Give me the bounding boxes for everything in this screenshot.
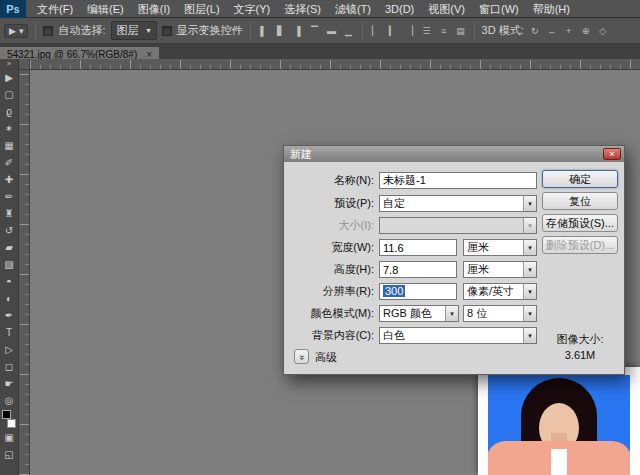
chevron-down-icon: ▾	[523, 218, 536, 233]
quick-mask-button[interactable]: ▣	[0, 429, 18, 446]
auto-select-checkbox[interactable]	[43, 26, 53, 36]
background-color-swatch[interactable]	[7, 419, 16, 428]
magic-wand-tool[interactable]: ✶	[0, 120, 18, 137]
screen-mode-button[interactable]: ◱	[0, 446, 18, 463]
resolution-unit-dropdown[interactable]: 像素/英寸 ▾	[463, 283, 537, 300]
toolbar-collapse-icon[interactable]: »	[0, 59, 18, 69]
auto-select-target-dropdown[interactable]: 图层 ▾	[111, 21, 157, 40]
dialog-titlebar[interactable]: 新建 ×	[284, 146, 624, 162]
divider	[250, 22, 251, 40]
menu-item-image[interactable]: 图像(I)	[131, 0, 177, 18]
save-preset-button[interactable]: 存储预设(S)...	[542, 214, 618, 232]
background-contents-dropdown[interactable]: 白色 ▾	[379, 327, 537, 344]
document-tab-bar: 54321.jpg @ 66.7%(RGB/8#) ×	[0, 44, 640, 59]
menu-item-select[interactable]: 选择(S)	[277, 0, 328, 18]
3d-drag-icon[interactable]: +	[563, 26, 575, 36]
align-right-edges-icon[interactable]: ▐	[292, 26, 304, 36]
3d-roll-icon[interactable]: ↔	[546, 26, 558, 36]
height-unit-dropdown[interactable]: 厘米 ▾	[463, 261, 537, 278]
width-input[interactable]	[379, 239, 457, 256]
selected-text: 300	[383, 285, 405, 297]
menu-item-view[interactable]: 视图(V)	[421, 0, 472, 18]
pen-tool[interactable]: ✒	[0, 307, 18, 324]
menu-item-filter[interactable]: 滤镜(T)	[328, 0, 378, 18]
align-top-edges-icon[interactable]: ▔	[309, 26, 321, 36]
background-contents-label: 背景内容(C):	[284, 327, 374, 344]
name-label: 名称(N):	[284, 172, 374, 189]
3d-mode-label: 3D 模式:	[482, 23, 524, 38]
menu-item-edit[interactable]: 编辑(E)	[80, 0, 131, 18]
reset-button[interactable]: 复位	[542, 192, 618, 210]
chevron-down-icon: ▾	[523, 284, 536, 299]
color-mode-dropdown[interactable]: RGB 颜色 ▾	[379, 305, 459, 322]
tools-panel: » ▶ ▢ ϱ ✶ ▦ ✐ ✚ ✏ ♜ ↺ ▰ ▨ ◓ ◐ ✒ T ▷ ◻ ☛ …	[0, 59, 19, 475]
menu-item-file[interactable]: 文件(F)	[30, 0, 80, 18]
lasso-tool[interactable]: ϱ	[0, 103, 18, 120]
shape-tool[interactable]: ◻	[0, 358, 18, 375]
menu-item-window[interactable]: 窗口(W)	[472, 0, 526, 18]
menu-item-layer[interactable]: 图层(L)	[177, 0, 226, 18]
ruler-corner	[19, 59, 30, 70]
align-left-edges-icon[interactable]: ▌	[258, 26, 270, 36]
distribute-center-icon[interactable]: ▎	[387, 26, 399, 36]
type-tool[interactable]: T	[0, 324, 18, 341]
foreground-color-swatch[interactable]	[2, 410, 11, 419]
horizontal-ruler	[30, 59, 640, 70]
auto-select-label: 自动选择:	[58, 23, 105, 38]
distribute-left-icon[interactable]: ▏	[370, 26, 382, 36]
crop-tool[interactable]: ▦	[0, 137, 18, 154]
photo-document[interactable]	[478, 367, 640, 475]
clone-stamp-tool[interactable]: ♜	[0, 205, 18, 222]
3d-slide-icon[interactable]: ⊕	[580, 26, 592, 36]
person-shirt	[551, 449, 567, 475]
dodge-tool[interactable]: ◐	[0, 290, 18, 307]
size-dropdown: ▾	[379, 217, 537, 234]
brush-tool[interactable]: ✏	[0, 188, 18, 205]
zoom-tool[interactable]: ◎	[0, 392, 18, 409]
ok-button[interactable]: 确定	[542, 170, 618, 188]
color-mode-label: 颜色模式(M):	[284, 305, 374, 322]
color-swatches[interactable]	[0, 409, 18, 429]
preset-dropdown[interactable]: 自定 ▾	[379, 195, 537, 212]
resolution-input[interactable]: 300	[379, 283, 457, 300]
align-bottom-edges-icon[interactable]: ▁	[343, 26, 355, 36]
align-vertical-centers-icon[interactable]: ▬	[326, 26, 338, 36]
menu-item-type[interactable]: 文字(Y)	[227, 0, 278, 18]
chevron-down-icon: ▾	[147, 26, 151, 35]
marquee-tool[interactable]: ▢	[0, 86, 18, 103]
path-selection-tool[interactable]: ▷	[0, 341, 18, 358]
distribute-middle-icon[interactable]: ≡	[438, 26, 450, 36]
3d-scale-icon[interactable]: ◇	[597, 26, 609, 36]
name-input[interactable]	[379, 172, 537, 189]
gradient-tool[interactable]: ▨	[0, 256, 18, 273]
chevron-down-icon: ▾	[523, 196, 536, 211]
current-tool-preset[interactable]: ▶ ▾	[4, 24, 28, 38]
hand-tool[interactable]: ☛	[0, 375, 18, 392]
divider	[474, 22, 475, 40]
eraser-tool[interactable]: ▰	[0, 239, 18, 256]
distribute-top-icon[interactable]: ☰	[421, 26, 433, 36]
distribute-right-icon[interactable]: ▕	[404, 26, 416, 36]
eyedropper-tool[interactable]: ✐	[0, 154, 18, 171]
distribute-bottom-icon[interactable]: ▤	[455, 26, 467, 36]
show-transform-checkbox[interactable]	[162, 26, 172, 36]
healing-brush-tool[interactable]: ✚	[0, 171, 18, 188]
color-depth-dropdown[interactable]: 8 位 ▾	[463, 305, 537, 322]
3d-rotate-icon[interactable]: ↻	[529, 26, 541, 36]
photoshop-logo[interactable]: Ps	[0, 0, 26, 18]
blur-tool[interactable]: ◓	[0, 273, 18, 290]
height-input[interactable]	[379, 261, 457, 278]
width-unit-dropdown[interactable]: 厘米 ▾	[463, 239, 537, 256]
dialog-close-button[interactable]: ×	[603, 148, 621, 160]
advanced-label: 高级	[315, 350, 337, 365]
move-tool[interactable]: ▶	[0, 69, 18, 86]
menu-item-help[interactable]: 帮助(H)	[526, 0, 577, 18]
new-document-dialog: 新建 × 名称(N): 预设(P): 自定 ▾ 大小(I): ▾ 宽度(W): …	[283, 145, 625, 375]
advanced-expander-button[interactable]: »	[294, 349, 309, 364]
width-label: 宽度(W):	[284, 239, 374, 256]
align-horizontal-centers-icon[interactable]: ▋	[275, 26, 287, 36]
menu-item-3d[interactable]: 3D(D)	[378, 0, 421, 18]
photoshop-window: Ps 文件(F) 编辑(E) 图像(I) 图层(L) 文字(Y) 选择(S) 滤…	[0, 0, 640, 475]
history-brush-tool[interactable]: ↺	[0, 222, 18, 239]
menu-bar: Ps 文件(F) 编辑(E) 图像(I) 图层(L) 文字(Y) 选择(S) 滤…	[0, 0, 640, 18]
